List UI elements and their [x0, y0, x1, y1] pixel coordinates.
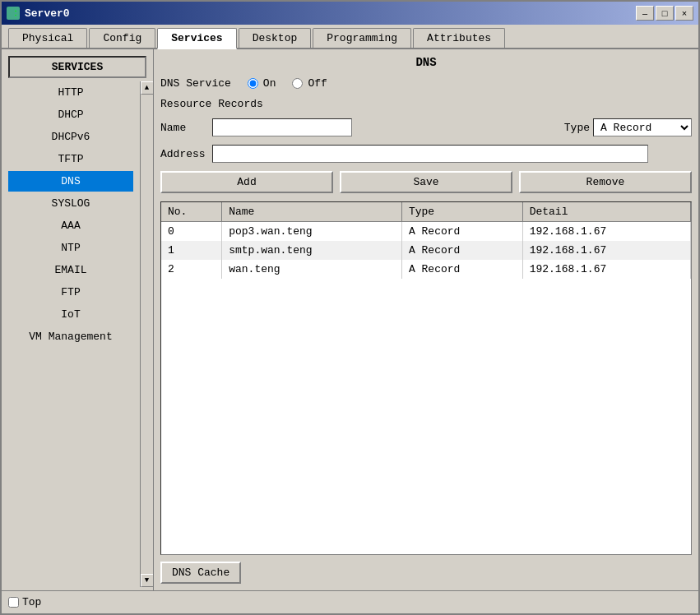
cell-name: smtp.wan.teng	[222, 241, 402, 260]
sidebar-item-iot[interactable]: IoT	[8, 304, 133, 325]
tab-attributes[interactable]: Attributes	[413, 28, 505, 48]
maximize-button[interactable]: □	[656, 6, 674, 21]
sidebar-item-dhcp[interactable]: DHCP	[8, 104, 133, 125]
top-checkbox[interactable]	[8, 597, 19, 608]
minimize-button[interactable]: –	[636, 6, 654, 21]
add-button[interactable]: Add	[160, 171, 333, 193]
name-label: Name	[160, 122, 206, 134]
sidebar-item-syslog[interactable]: SYSLOG	[8, 193, 133, 214]
save-button[interactable]: Save	[340, 171, 512, 193]
address-row: Address	[160, 145, 692, 163]
content-area: SERVICES HTTP DHCP DHCPv6 TFTP DNS SYSLO…	[2, 49, 698, 590]
radio-off-input[interactable]	[292, 78, 303, 89]
title-bar-buttons: – □ ×	[636, 6, 693, 21]
close-button[interactable]: ×	[675, 6, 693, 21]
sidebar-item-dns[interactable]: DNS	[8, 171, 133, 192]
scrollbar-down-button[interactable]: ▼	[141, 574, 154, 587]
cell-detail: 192.168.1.67	[522, 260, 690, 279]
action-buttons-row: Add Save Remove	[160, 171, 692, 193]
scrollbar-up-button[interactable]: ▲	[141, 81, 154, 95]
top-checkbox-label[interactable]: Top	[22, 596, 41, 608]
cell-name: wan.teng	[222, 260, 402, 279]
records-table: No. Name Type Detail 0 pop3.wan.teng A R…	[161, 202, 691, 279]
cell-no: 1	[161, 241, 222, 260]
dns-service-label: DNS Service	[160, 77, 231, 90]
sidebar-item-ntp[interactable]: NTP	[8, 238, 133, 258]
window-title: Server0	[25, 7, 70, 20]
main-panel: DNS DNS Service On Off Resource Records …	[154, 49, 698, 590]
dns-cache-button[interactable]: DNS Cache	[160, 562, 241, 584]
cell-detail: 192.168.1.67	[522, 241, 690, 260]
sidebar-title: SERVICES	[8, 56, 146, 78]
name-type-row: Name Type A Record AAAA Record CNAME Rec…	[160, 118, 692, 136]
cell-type: A Record	[401, 260, 522, 279]
title-bar-left: Server0	[7, 7, 70, 20]
sidebar-item-vm-management[interactable]: VM Management	[8, 326, 133, 347]
title-bar: Server0 – □ ×	[2, 2, 698, 25]
name-input[interactable]	[212, 118, 352, 136]
sidebar-item-ftp[interactable]: FTP	[8, 282, 133, 303]
address-label: Address	[160, 148, 206, 160]
sidebar-item-email[interactable]: EMAIL	[8, 260, 133, 280]
cell-no: 0	[161, 222, 222, 242]
dns-title: DNS	[160, 56, 692, 69]
bottom-row: DNS Cache	[160, 560, 692, 584]
address-input[interactable]	[212, 145, 648, 163]
radio-on-group: On	[248, 77, 276, 90]
svg-point-3	[15, 15, 16, 16]
tab-bar: Physical Config Services Desktop Program…	[2, 25, 698, 49]
top-checkbox-wrapper: Top	[8, 596, 41, 608]
table-row[interactable]: 2 wan.teng A Record 192.168.1.67	[161, 260, 691, 279]
radio-off-group: Off	[292, 77, 327, 90]
sidebar-item-dhcpv6[interactable]: DHCPv6	[8, 127, 133, 147]
sidebar-item-http[interactable]: HTTP	[8, 82, 133, 103]
sidebar-item-tftp[interactable]: TFTP	[8, 149, 133, 169]
main-window: Server0 – □ × Physical Config Services D…	[0, 0, 700, 615]
sidebar-scrollbar: ▲ ▼	[140, 81, 153, 587]
cell-type: A Record	[401, 241, 522, 260]
sidebar-scroll-container: HTTP DHCP DHCPv6 TFTP DNS SYSLOG AAA NTP…	[2, 81, 153, 587]
sidebar-item-aaa[interactable]: AAA	[8, 215, 133, 236]
cell-detail: 192.168.1.67	[522, 222, 690, 242]
table-header-row: No. Name Type Detail	[161, 202, 691, 222]
col-type: Type	[401, 202, 522, 222]
col-no: No.	[161, 202, 222, 222]
col-detail: Detail	[522, 202, 690, 222]
sidebar: SERVICES HTTP DHCP DHCPv6 TFTP DNS SYSLO…	[2, 49, 154, 590]
radio-on-input[interactable]	[248, 78, 258, 89]
tab-physical[interactable]: Physical	[8, 28, 87, 48]
tab-programming[interactable]: Programming	[313, 28, 411, 48]
tab-config[interactable]: Config	[89, 28, 155, 48]
records-table-container: No. Name Type Detail 0 pop3.wan.teng A R…	[160, 201, 692, 555]
type-select[interactable]: A Record AAAA Record CNAME Record MX Rec…	[593, 118, 692, 136]
type-label: Type	[564, 122, 590, 134]
radio-off-label[interactable]: Off	[308, 77, 327, 90]
svg-point-2	[15, 11, 16, 12]
type-group: Type A Record AAAA Record CNAME Record M…	[564, 118, 692, 136]
resource-records-label: Resource Records	[160, 98, 692, 110]
table-row[interactable]: 0 pop3.wan.teng A Record 192.168.1.67	[161, 222, 691, 242]
cell-no: 2	[161, 260, 222, 279]
tab-desktop[interactable]: Desktop	[239, 28, 312, 48]
dns-service-row: DNS Service On Off	[160, 77, 692, 90]
radio-on-label[interactable]: On	[263, 77, 276, 90]
server-icon	[7, 7, 20, 20]
cell-type: A Record	[401, 222, 522, 242]
tab-services[interactable]: Services	[157, 28, 236, 49]
table-row[interactable]: 1 smtp.wan.teng A Record 192.168.1.67	[161, 241, 691, 260]
cell-name: pop3.wan.teng	[222, 222, 402, 242]
sidebar-scroll: HTTP DHCP DHCPv6 TFTP DNS SYSLOG AAA NTP…	[2, 81, 140, 587]
footer-bar: Top	[2, 590, 698, 613]
remove-button[interactable]: Remove	[519, 171, 692, 193]
col-name: Name	[222, 202, 402, 222]
